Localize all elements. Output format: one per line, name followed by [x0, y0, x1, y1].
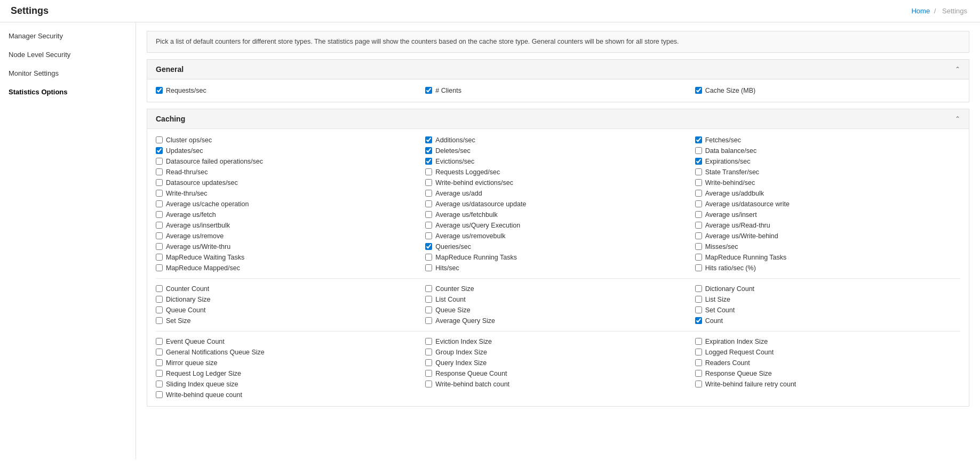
sidebar-item-node-level-security[interactable]: Node Level Security: [0, 45, 136, 64]
sidebar-item-statistics-options[interactable]: Statistics Options: [0, 83, 136, 101]
checkbox-input[interactable]: [156, 190, 163, 197]
checkbox-input[interactable]: [695, 317, 702, 324]
checkbox-input[interactable]: [425, 370, 432, 377]
checkbox-item[interactable]: Dictionary Size: [156, 296, 421, 303]
checkbox-input[interactable]: [425, 338, 432, 345]
checkbox-input[interactable]: [425, 190, 432, 197]
checkbox-input[interactable]: [425, 264, 432, 271]
checkbox-item[interactable]: Average us/insert: [695, 211, 960, 219]
checkbox-item[interactable]: MapReduce Running Tasks: [425, 254, 690, 261]
checkbox-input[interactable]: [425, 285, 432, 292]
checkbox-item[interactable]: Write-behind batch count: [425, 381, 690, 388]
checkbox-item[interactable]: Logged Request Count: [695, 349, 960, 356]
checkbox-item[interactable]: Read-thru/sec: [156, 168, 421, 176]
checkbox-input[interactable]: [156, 338, 163, 345]
checkbox-item[interactable]: Data balance/sec: [695, 147, 960, 155]
checkbox-item[interactable]: Eviction Index Size: [425, 338, 690, 345]
checkbox-input[interactable]: [425, 222, 432, 229]
checkbox-item[interactable]: Average us/fetchbulk: [425, 211, 690, 219]
checkbox-item[interactable]: Queries/sec: [425, 243, 690, 250]
checkbox-item[interactable]: Count: [695, 317, 960, 325]
checkbox-input[interactable]: [156, 370, 163, 377]
checkbox-input[interactable]: [156, 254, 163, 261]
checkbox-input[interactable]: [425, 243, 432, 250]
checkbox-item[interactable]: MapReduce Mapped/sec: [156, 264, 421, 272]
checkbox-input[interactable]: [425, 200, 432, 207]
checkbox-input[interactable]: [156, 359, 163, 366]
sidebar-item-manager-security[interactable]: Manager Security: [0, 27, 136, 45]
checkbox-item[interactable]: Average us/add: [425, 190, 690, 197]
checkbox-input[interactable]: [425, 349, 432, 355]
checkbox-item[interactable]: Query Index Size: [425, 359, 690, 367]
checkbox-input[interactable]: [425, 136, 432, 143]
checkbox-input[interactable]: [425, 211, 432, 218]
checkbox-input[interactable]: [156, 243, 163, 250]
checkbox-item[interactable]: Average us/datasource update: [425, 200, 690, 208]
checkbox-item[interactable]: Datasource updates/sec: [156, 179, 421, 187]
checkbox-input[interactable]: [425, 306, 432, 313]
checkbox-item[interactable]: Queue Count: [156, 306, 421, 314]
checkbox-item[interactable]: Deletes/sec: [425, 147, 690, 155]
checkbox-item[interactable]: List Count: [425, 296, 690, 303]
section-header-caching[interactable]: Caching⌃: [147, 109, 969, 129]
checkbox-input[interactable]: [156, 136, 163, 143]
checkbox-item[interactable]: Response Queue Size: [695, 370, 960, 377]
checkbox-input[interactable]: [695, 168, 702, 175]
checkbox-item[interactable]: Average us/fetch: [156, 211, 421, 219]
checkbox-item[interactable]: Average Query Size: [425, 317, 690, 325]
checkbox-input[interactable]: [156, 264, 163, 271]
checkbox-input[interactable]: [695, 232, 702, 239]
checkbox-input[interactable]: [156, 285, 163, 292]
checkbox-input[interactable]: [695, 306, 702, 313]
checkbox-item[interactable]: Set Size: [156, 317, 421, 325]
checkbox-input[interactable]: [156, 232, 163, 239]
checkbox-item[interactable]: Cluster ops/sec: [156, 136, 421, 144]
checkbox-input[interactable]: [156, 306, 163, 313]
checkbox-item[interactable]: General Notifications Queue Size: [156, 349, 421, 356]
checkbox-item[interactable]: Request Log Ledger Size: [156, 370, 421, 377]
checkbox-item[interactable]: Expiration Index Size: [695, 338, 960, 345]
checkbox-input[interactable]: [425, 232, 432, 239]
checkbox-input[interactable]: [156, 349, 163, 355]
checkbox-item[interactable]: Write-behind queue count: [156, 391, 421, 399]
checkbox-input[interactable]: [695, 370, 702, 377]
checkbox-input[interactable]: [156, 87, 163, 94]
breadcrumb-home[interactable]: Home: [911, 7, 930, 15]
checkbox-item[interactable]: Requests Logged/sec: [425, 168, 690, 176]
checkbox-item[interactable]: Set Count: [695, 306, 960, 314]
checkbox-input[interactable]: [695, 222, 702, 229]
checkbox-input[interactable]: [695, 264, 702, 271]
checkbox-item[interactable]: Write-behind evictions/sec: [425, 179, 690, 187]
checkbox-input[interactable]: [695, 381, 702, 387]
checkbox-input[interactable]: [695, 349, 702, 355]
checkbox-input[interactable]: [425, 359, 432, 366]
checkbox-input[interactable]: [156, 179, 163, 186]
checkbox-item[interactable]: # Clients: [425, 87, 690, 94]
checkbox-item[interactable]: Counter Size: [425, 285, 690, 293]
checkbox-input[interactable]: [425, 296, 432, 303]
checkbox-item[interactable]: Mirror queue size: [156, 359, 421, 367]
checkbox-item[interactable]: Dictionary Count: [695, 285, 960, 293]
checkbox-input[interactable]: [425, 158, 432, 165]
checkbox-input[interactable]: [425, 168, 432, 175]
checkbox-input[interactable]: [695, 243, 702, 250]
sidebar-item-monitor-settings[interactable]: Monitor Settings: [0, 64, 136, 83]
checkbox-input[interactable]: [695, 136, 702, 143]
checkbox-item[interactable]: MapReduce Running Tasks: [695, 254, 960, 261]
checkbox-input[interactable]: [156, 200, 163, 207]
checkbox-input[interactable]: [156, 158, 163, 165]
checkbox-input[interactable]: [695, 296, 702, 303]
checkbox-item[interactable]: Fetches/sec: [695, 136, 960, 144]
checkbox-item[interactable]: Cache Size (MB): [695, 87, 960, 94]
checkbox-input[interactable]: [695, 190, 702, 197]
section-header-general[interactable]: General⌃: [147, 60, 969, 79]
checkbox-input[interactable]: [695, 285, 702, 292]
checkbox-item[interactable]: Readers Count: [695, 359, 960, 367]
checkbox-input[interactable]: [695, 147, 702, 154]
checkbox-item[interactable]: Updates/sec: [156, 147, 421, 155]
checkbox-item[interactable]: List Size: [695, 296, 960, 303]
checkbox-item[interactable]: Datasource failed operations/sec: [156, 158, 421, 165]
checkbox-input[interactable]: [156, 168, 163, 175]
checkbox-input[interactable]: [695, 211, 702, 218]
checkbox-item[interactable]: Expirations/sec: [695, 158, 960, 165]
